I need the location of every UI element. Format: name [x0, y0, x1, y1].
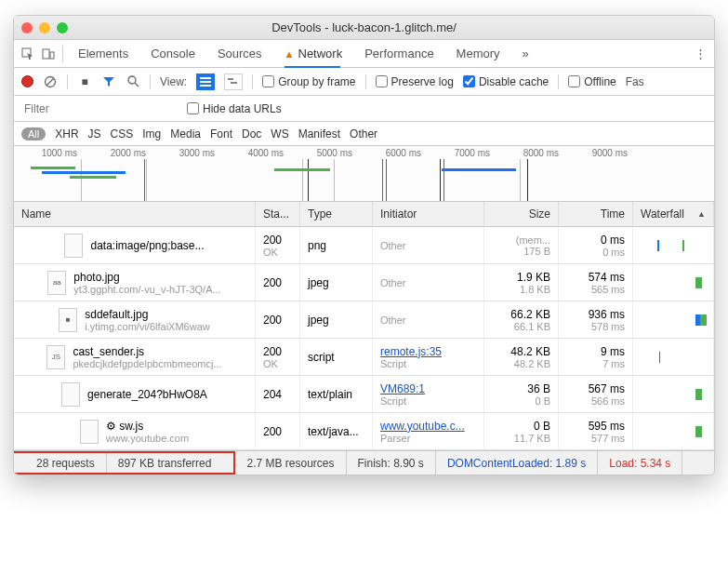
- col-waterfall[interactable]: Waterfall▲: [633, 202, 714, 227]
- type-js[interactable]: JS: [88, 127, 101, 140]
- table-cell[interactable]: 936 ms578 ms: [559, 301, 633, 339]
- hide-data-urls-checkbox[interactable]: Hide data URLs: [187, 102, 282, 115]
- type-media[interactable]: Media: [170, 127, 201, 140]
- request-table: Name Sta... Type Initiator Size Time Wat…: [14, 202, 714, 450]
- tab-memory[interactable]: Memory: [447, 40, 510, 68]
- table-cell[interactable]: 36 B0 B: [484, 376, 559, 413]
- table-cell[interactable]: remote.js:35Script: [373, 339, 484, 376]
- col-initiator[interactable]: Initiator: [373, 202, 484, 227]
- large-rows-button[interactable]: [196, 74, 215, 90]
- table-cell[interactable]: 200: [256, 413, 300, 450]
- col-size[interactable]: Size: [484, 202, 559, 227]
- table-cell[interactable]: Other: [373, 301, 484, 339]
- table-cell[interactable]: 595 ms577 ms: [559, 413, 633, 450]
- col-name[interactable]: Name: [14, 202, 256, 227]
- table-cell[interactable]: jpeg: [300, 264, 373, 301]
- table-cell[interactable]: 200OK: [256, 227, 300, 264]
- table-cell[interactable]: [633, 301, 714, 339]
- table-cell[interactable]: [633, 264, 714, 301]
- timeline-overview[interactable]: 1000 ms2000 ms3000 ms4000 ms5000 ms6000 …: [14, 146, 714, 202]
- table-cell[interactable]: 66.2 KB66.1 KB: [484, 301, 559, 339]
- svg-point-5: [128, 76, 136, 84]
- table-cell[interactable]: [633, 227, 714, 264]
- table-cell[interactable]: (mem...175 B: [484, 227, 559, 264]
- type-filter-bar: All XHR JS CSS Img Media Font Doc WS Man…: [14, 122, 714, 146]
- table-cell[interactable]: [633, 339, 714, 376]
- status-resources: 2.7 MB resources: [235, 451, 346, 475]
- tab-sources[interactable]: Sources: [208, 40, 271, 68]
- device-icon[interactable]: [40, 46, 57, 62]
- type-ws[interactable]: WS: [271, 127, 288, 140]
- col-time[interactable]: Time: [559, 202, 633, 227]
- tab-elements[interactable]: Elements: [69, 40, 138, 68]
- type-doc[interactable]: Doc: [242, 127, 261, 140]
- type-all[interactable]: All: [21, 127, 46, 140]
- group-by-frame-checkbox[interactable]: Group by frame: [262, 75, 355, 88]
- table-cell[interactable]: 9 ms7 ms: [559, 339, 633, 376]
- filter-input[interactable]: [21, 99, 170, 119]
- type-img[interactable]: Img: [142, 127, 161, 140]
- clear-icon[interactable]: [43, 74, 58, 89]
- table-cell[interactable]: Other: [373, 264, 484, 301]
- filter-icon[interactable]: [101, 74, 116, 89]
- waterfall-view-button[interactable]: [224, 74, 243, 90]
- status-highlight: 28 requests 897 KB transferred: [13, 451, 235, 475]
- table-cell[interactable]: Other: [373, 227, 484, 264]
- table-cell[interactable]: png: [300, 227, 373, 264]
- window-title: DevTools - luck-bacon-1.glitch.me/: [14, 20, 714, 34]
- table-cell[interactable]: 0 B11.7 KB: [484, 413, 559, 450]
- tab-performance[interactable]: Performance: [355, 40, 443, 68]
- throttle-label[interactable]: Fas: [626, 75, 644, 88]
- inspect-icon[interactable]: [20, 46, 36, 62]
- svg-rect-10: [228, 78, 233, 80]
- table-cell[interactable]: script: [300, 339, 373, 376]
- table-cell[interactable]: text/plain: [300, 376, 373, 413]
- status-requests: 28 requests: [25, 453, 107, 473]
- table-cell[interactable]: 200OK: [256, 339, 300, 376]
- table-cell[interactable]: 200: [256, 264, 300, 301]
- tab-network[interactable]: ▲Network: [275, 40, 352, 68]
- svg-rect-1: [43, 49, 49, 59]
- table-cell[interactable]: 1.9 KB1.8 KB: [484, 264, 559, 301]
- table-cell[interactable]: aaphoto.jpgyt3.ggpht.com/-vu_v-hJT-3Q/A.…: [14, 264, 256, 301]
- svg-rect-2: [50, 52, 54, 59]
- type-css[interactable]: CSS: [111, 127, 134, 140]
- view-label: View:: [160, 75, 187, 88]
- tab-console[interactable]: Console: [141, 40, 205, 68]
- camera-icon[interactable]: ■: [77, 74, 92, 89]
- table-cell[interactable]: [633, 376, 714, 413]
- table-cell[interactable]: ⚙ sw.jswww.youtube.com: [14, 413, 256, 450]
- disable-cache-checkbox[interactable]: Disable cache: [463, 75, 549, 88]
- file-icon: JS: [46, 345, 65, 369]
- col-status[interactable]: Sta...: [256, 202, 300, 227]
- tab-more[interactable]: »: [513, 40, 538, 68]
- record-button[interactable]: [21, 75, 33, 87]
- table-cell[interactable]: 574 ms565 ms: [559, 264, 633, 301]
- table-cell[interactable]: [633, 413, 714, 450]
- status-finish: Finish: 8.90 s: [347, 451, 436, 475]
- table-cell[interactable]: ■sddefault.jpgi.ytimg.com/vi/6lfaiXM6waw: [14, 301, 256, 339]
- table-cell[interactable]: VM689:1Script: [373, 376, 484, 413]
- svg-rect-9: [200, 85, 211, 87]
- table-cell[interactable]: 48.2 KB48.2 KB: [484, 339, 559, 376]
- table-cell[interactable]: data:image/png;base...: [14, 227, 256, 264]
- offline-checkbox[interactable]: Offline: [568, 75, 615, 88]
- table-cell[interactable]: 567 ms566 ms: [559, 376, 633, 413]
- table-cell[interactable]: JScast_sender.jspkedcjkdefgpdelpbcmbmeom…: [14, 339, 256, 376]
- table-cell[interactable]: text/java...: [300, 413, 373, 450]
- search-icon[interactable]: [126, 74, 140, 89]
- col-type[interactable]: Type: [300, 202, 373, 227]
- type-font[interactable]: Font: [210, 127, 232, 140]
- preserve-log-checkbox[interactable]: Preserve log: [376, 75, 454, 88]
- table-cell[interactable]: 200: [256, 301, 300, 339]
- table-cell[interactable]: www.youtube.c...Parser: [373, 413, 484, 450]
- table-cell[interactable]: jpeg: [300, 301, 373, 339]
- table-cell[interactable]: generate_204?bHwO8A: [14, 376, 256, 413]
- type-manifest[interactable]: Manifest: [298, 127, 340, 140]
- table-cell[interactable]: 0 ms0 ms: [559, 227, 633, 264]
- kebab-icon[interactable]: ⋮: [692, 46, 708, 62]
- table-cell[interactable]: 204: [256, 376, 300, 413]
- status-bar: 28 requests 897 KB transferred 2.7 MB re…: [14, 450, 714, 475]
- type-other[interactable]: Other: [350, 127, 377, 140]
- type-xhr[interactable]: XHR: [55, 127, 78, 140]
